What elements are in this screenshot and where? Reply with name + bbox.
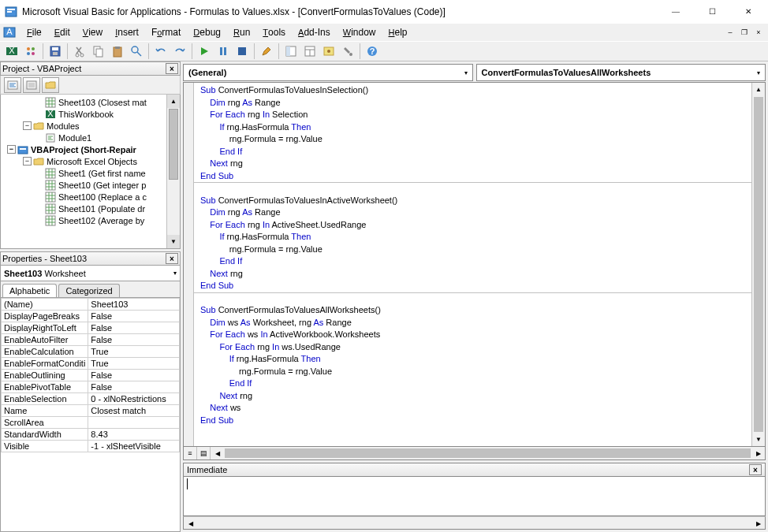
- scroll-thumb[interactable]: [225, 448, 751, 458]
- tree-item[interactable]: Sheet10 (Get integer p: [1, 179, 180, 191]
- property-row[interactable]: NameClosest match: [2, 405, 180, 417]
- tree-item[interactable]: Sheet1 (Get first name: [1, 167, 180, 179]
- menu-debug[interactable]: Debug: [187, 25, 227, 39]
- property-row[interactable]: EnableCalculationTrue: [2, 346, 180, 358]
- procedure-view-button[interactable]: ≡: [184, 447, 197, 459]
- tree-item[interactable]: XThisWorkbook: [1, 108, 180, 120]
- scroll-thumb[interactable]: [754, 97, 763, 432]
- scroll-thumb[interactable]: [169, 109, 178, 180]
- code-editor[interactable]: Sub ConvertFormulasToValuesInSelection()…: [183, 82, 766, 447]
- tree-item[interactable]: Sheet101 (Populate dr: [1, 203, 180, 214]
- mdi-restore-button[interactable]: ❐: [738, 27, 751, 38]
- toggle-folders-button[interactable]: [42, 77, 59, 93]
- property-value[interactable]: Closest match: [88, 405, 180, 417]
- properties-panel-close-button[interactable]: ×: [166, 253, 178, 264]
- view-code-button[interactable]: [4, 77, 21, 93]
- menu-addins[interactable]: Add-Ins: [292, 25, 337, 39]
- project-tree[interactable]: Sheet103 (Closest matXThisWorkbook−Modul…: [0, 95, 181, 249]
- paste-button[interactable]: [109, 43, 126, 60]
- tree-item[interactable]: −Microsoft Excel Objects: [1, 155, 180, 167]
- scroll-down-icon[interactable]: ▼: [167, 235, 180, 248]
- property-value[interactable]: True: [88, 358, 180, 370]
- save-button[interactable]: [47, 43, 64, 60]
- property-row[interactable]: EnableSelection0 - xlNoRestrictions: [2, 393, 180, 405]
- code-vscrollbar[interactable]: ▲ ▼: [751, 83, 765, 446]
- property-value[interactable]: 0 - xlNoRestrictions: [88, 393, 180, 405]
- help-button[interactable]: ?: [363, 43, 381, 60]
- design-mode-button[interactable]: [258, 43, 275, 60]
- property-value[interactable]: Sheet103: [88, 299, 180, 311]
- tree-toggle-icon[interactable]: −: [23, 157, 32, 166]
- tree-item[interactable]: −VBAProject (Short-Repair: [1, 143, 180, 155]
- close-button[interactable]: ✕: [730, 0, 766, 24]
- property-value[interactable]: False: [88, 311, 180, 322]
- menu-run[interactable]: Run: [227, 25, 256, 39]
- copy-button[interactable]: [90, 43, 107, 60]
- code-hscrollbar[interactable]: ◀ ▶: [211, 447, 765, 459]
- tree-item[interactable]: Module1: [1, 132, 180, 143]
- scroll-right-icon[interactable]: ▶: [751, 517, 765, 530]
- property-value[interactable]: False: [88, 334, 180, 346]
- project-explorer-button[interactable]: [282, 43, 300, 60]
- menu-tools[interactable]: Tools: [256, 25, 292, 39]
- menu-help[interactable]: Help: [382, 25, 414, 39]
- mdi-minimize-button[interactable]: –: [724, 27, 736, 38]
- immediate-close-button[interactable]: ×: [749, 464, 762, 475]
- insert-dropdown-button[interactable]: [22, 43, 39, 60]
- undo-button[interactable]: [152, 43, 170, 60]
- property-value[interactable]: False: [88, 381, 180, 393]
- view-object-button[interactable]: [23, 77, 40, 93]
- procedure-dropdown[interactable]: ConvertFormulasToValuesAllWorksheets ▾: [476, 64, 766, 81]
- reset-button[interactable]: [233, 43, 251, 60]
- find-button[interactable]: [128, 43, 145, 60]
- properties-window-button[interactable]: [301, 43, 319, 60]
- tree-item[interactable]: −Modules: [1, 120, 180, 132]
- scroll-down-icon[interactable]: ▼: [752, 433, 765, 446]
- property-value[interactable]: 8.43: [88, 429, 180, 441]
- cut-button[interactable]: [71, 43, 88, 60]
- property-value[interactable]: False: [88, 322, 180, 334]
- tree-item[interactable]: Sheet100 (Replace a c: [1, 191, 180, 203]
- immediate-input[interactable]: [183, 477, 766, 516]
- property-row[interactable]: EnableOutliningFalse: [2, 370, 180, 381]
- property-value[interactable]: -1 - xlSheetVisible: [88, 441, 180, 452]
- menu-file[interactable]: File: [21, 25, 48, 39]
- object-browser-button[interactable]: [320, 43, 337, 60]
- property-value[interactable]: True: [88, 346, 180, 358]
- scroll-left-icon[interactable]: ◀: [184, 517, 197, 530]
- property-row[interactable]: (Name)Sheet103: [2, 299, 180, 311]
- property-value[interactable]: [88, 417, 180, 429]
- object-dropdown[interactable]: (General) ▾: [183, 64, 473, 81]
- view-excel-button[interactable]: X: [3, 43, 21, 60]
- menu-insert[interactable]: Insert: [109, 25, 145, 39]
- minimize-button[interactable]: —: [658, 0, 694, 24]
- tree-item[interactable]: Sheet102 (Average by: [1, 214, 180, 226]
- break-button[interactable]: [214, 43, 232, 60]
- property-row[interactable]: DisplayRightToLeftFalse: [2, 322, 180, 334]
- redo-button[interactable]: [171, 43, 188, 60]
- property-value[interactable]: False: [88, 370, 180, 381]
- tree-toggle-icon[interactable]: −: [23, 121, 32, 130]
- tab-alphabetic[interactable]: Alphabetic: [2, 284, 57, 297]
- tab-categorized[interactable]: Categorized: [58, 284, 119, 297]
- property-row[interactable]: EnablePivotTableFalse: [2, 381, 180, 393]
- scroll-left-icon[interactable]: ◀: [211, 447, 224, 460]
- scroll-up-icon[interactable]: ▲: [167, 95, 180, 108]
- menu-window[interactable]: Window: [337, 25, 382, 39]
- scroll-right-icon[interactable]: ▶: [751, 447, 765, 460]
- project-panel-close-button[interactable]: ×: [166, 63, 178, 74]
- code-body[interactable]: Sub ConvertFormulasToValuesInSelection()…: [194, 83, 751, 446]
- property-row[interactable]: DisplayPageBreaksFalse: [2, 311, 180, 322]
- tree-toggle-icon[interactable]: −: [7, 145, 16, 154]
- maximize-button[interactable]: ☐: [694, 0, 730, 24]
- toolbox-button[interactable]: [339, 43, 356, 60]
- property-row[interactable]: EnableFormatConditiTrue: [2, 358, 180, 370]
- menu-view[interactable]: View: [76, 25, 109, 39]
- mdi-close-button[interactable]: ×: [752, 27, 765, 38]
- properties-object-selector[interactable]: Sheet103 Worksheet ▾: [0, 266, 181, 281]
- run-button[interactable]: [196, 43, 213, 60]
- property-row[interactable]: Visible-1 - xlSheetVisible: [2, 441, 180, 452]
- tree-scrollbar[interactable]: ▲ ▼: [166, 95, 180, 248]
- menu-edit[interactable]: Edit: [48, 25, 76, 39]
- property-row[interactable]: EnableAutoFilterFalse: [2, 334, 180, 346]
